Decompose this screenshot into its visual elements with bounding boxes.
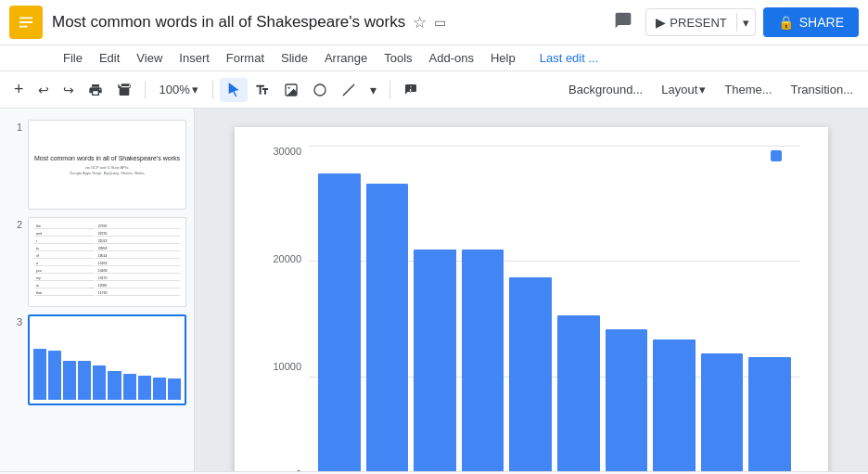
bar-and <box>366 184 409 471</box>
slide-number-2: 2 <box>7 217 22 230</box>
menu-tools[interactable]: Tools <box>377 47 419 69</box>
bar-of <box>509 277 552 471</box>
bar-in <box>701 353 744 471</box>
svg-rect-1 <box>19 18 33 19</box>
title-text: Most common words in all of Shakespeare'… <box>52 13 405 32</box>
zoom-dropdown-icon: ▾ <box>192 83 198 96</box>
slide-canvas[interactable]: 30000 20000 10000 0 <box>235 127 828 471</box>
menu-view[interactable]: View <box>129 47 170 69</box>
mini-bar <box>168 378 181 400</box>
bar-group-you <box>606 146 648 471</box>
menu-edit[interactable]: Edit <box>92 47 127 69</box>
bar-a <box>557 315 600 471</box>
slide-number-3: 3 <box>7 314 22 327</box>
slide-thumb-3[interactable] <box>28 314 186 405</box>
zoom-dropdown[interactable]: 100% ▾ <box>152 78 206 101</box>
bar-group-of <box>509 146 552 471</box>
slide1-subtitle: via GCP and G Suite APIs:Google Apps Scr… <box>70 165 145 175</box>
y-label-30000: 30000 <box>273 146 301 157</box>
transition-button[interactable]: Transition... <box>784 78 861 101</box>
svg-rect-3 <box>19 26 28 28</box>
layout-button[interactable]: Layout ▾ <box>654 78 713 101</box>
mini-bar <box>63 361 76 400</box>
bar-group-and <box>366 146 409 471</box>
add-comment-button[interactable] <box>397 78 425 102</box>
folder-icon[interactable]: ▭ <box>434 15 446 30</box>
bar-chart <box>309 146 800 471</box>
svg-point-6 <box>314 84 326 96</box>
bar-group-to <box>462 146 504 471</box>
mini-bar <box>78 361 91 400</box>
bar-that <box>748 357 791 471</box>
redo-button[interactable]: ↪ <box>57 78 81 102</box>
textbox-tool[interactable] <box>249 78 276 102</box>
present-dropdown[interactable]: ▾ <box>737 10 755 35</box>
y-label-10000: 10000 <box>273 361 301 372</box>
bar-group-that <box>748 146 791 471</box>
line-tool[interactable] <box>335 78 363 102</box>
slide2-table: the27595 and26735 i21013 to20956 of18514… <box>32 222 182 298</box>
undo-button[interactable]: ↩ <box>32 78 56 102</box>
bar-the <box>318 173 361 471</box>
slide-thumb-2[interactable]: the27595 and26735 i21013 to20956 of18514… <box>28 217 186 307</box>
menu-addons[interactable]: Add-ons <box>422 47 481 69</box>
mini-bar <box>153 378 166 400</box>
y-label-0: 0 <box>296 468 301 471</box>
bars-area <box>309 146 800 471</box>
slide-panel: 1 Most common words in all of Shakespear… <box>0 109 195 471</box>
more-tools-dropdown[interactable]: ▾ <box>364 78 383 102</box>
bar-my <box>653 339 696 471</box>
mini-bar <box>93 365 106 400</box>
background-button[interactable]: Background... <box>561 78 650 101</box>
bar-group-my <box>653 146 696 471</box>
paint-format-button[interactable] <box>110 78 138 102</box>
slide-item-3[interactable]: 3 <box>0 311 194 409</box>
menu-help[interactable]: Help <box>483 47 523 69</box>
bar-group-a <box>557 146 600 471</box>
document-title: Most common words in all of Shakespeare'… <box>52 13 599 32</box>
theme-button[interactable]: Theme... <box>717 78 779 101</box>
y-label-20000: 20000 <box>273 253 301 264</box>
present-icon: ▶ <box>656 15 666 30</box>
select-tool[interactable] <box>220 78 248 102</box>
add-button[interactable]: + <box>7 75 31 104</box>
bar-group-i <box>414 146 456 471</box>
bar-group-in <box>701 146 744 471</box>
zoom-label: 100% <box>160 83 190 96</box>
mini-bar <box>33 349 46 400</box>
slide-number-1: 1 <box>7 120 22 133</box>
lock-icon: 🔒 <box>778 15 794 30</box>
star-icon[interactable]: ☆ <box>413 13 427 32</box>
bar-group-the <box>318 146 361 471</box>
menu-file[interactable]: File <box>56 47 90 69</box>
share-label: SHARE <box>799 15 844 30</box>
present-button[interactable]: ▶ PRESENT <box>646 9 735 35</box>
share-button[interactable]: 🔒 SHARE <box>763 7 859 37</box>
comment-button[interactable] <box>608 7 638 38</box>
slide-thumb-1[interactable]: Most common words in all of Shakespeare'… <box>28 120 186 210</box>
menu-arrange[interactable]: Arrange <box>317 47 375 69</box>
shape-tool[interactable] <box>306 78 334 102</box>
bar-i <box>414 250 456 471</box>
mini-bar <box>48 351 61 401</box>
mini-bar <box>108 371 121 400</box>
slide1-title: Most common words in all of Shakespeare'… <box>34 154 180 162</box>
last-edit[interactable]: Last edit ... <box>532 47 606 69</box>
svg-line-7 <box>343 84 354 96</box>
bar-to <box>462 250 504 471</box>
mini-bar <box>123 374 136 400</box>
svg-point-5 <box>287 86 289 88</box>
present-label: PRESENT <box>670 16 726 30</box>
slide-item-1[interactable]: 1 Most common words in all of Shakespear… <box>0 116 194 213</box>
content-area: 30000 20000 10000 0 <box>195 109 868 471</box>
svg-rect-2 <box>19 21 33 23</box>
menu-format[interactable]: Format <box>219 47 272 69</box>
menu-insert[interactable]: Insert <box>172 47 217 69</box>
menu-slide[interactable]: Slide <box>274 47 315 69</box>
chart-legend-dot <box>771 150 782 161</box>
y-axis: 30000 20000 10000 0 <box>262 146 309 471</box>
bar-you <box>606 329 648 471</box>
slide-item-2[interactable]: 2 the27595 and26735 i21013 to20956 of185… <box>0 213 194 311</box>
print-button[interactable] <box>82 78 109 102</box>
image-tool[interactable] <box>277 78 305 102</box>
